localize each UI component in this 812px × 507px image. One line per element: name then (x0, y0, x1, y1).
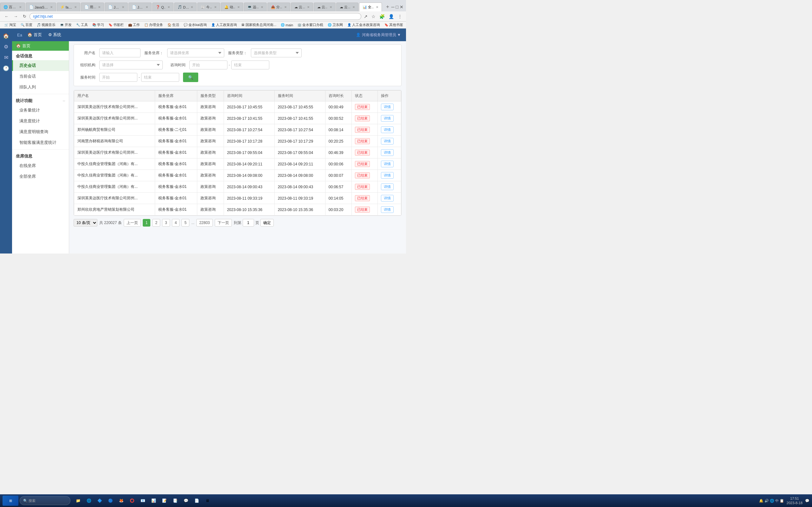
browser-tab-10[interactable]: 💻远程...✕ (244, 3, 267, 11)
sidebar-send-icon[interactable]: ✉ (1, 53, 11, 62)
extensions-icon[interactable]: 🧩 (378, 13, 386, 20)
minimize-button[interactable]: ─ (392, 4, 395, 9)
page-1-button[interactable]: 1 (143, 219, 151, 227)
sidebar-settings-icon[interactable]: ⚙ (1, 42, 11, 51)
refresh-button[interactable]: ↻ (21, 13, 28, 19)
profile-icon[interactable]: 👤 (387, 13, 395, 20)
browser-tab-3[interactable]: 📄用Fa...✕ (81, 3, 104, 11)
service-end-input[interactable] (141, 73, 179, 82)
detail-button-r6[interactable]: 详情 (381, 172, 394, 179)
back-button[interactable]: ← (3, 13, 10, 19)
nav-online-seat[interactable]: 在线坐席 (12, 160, 69, 171)
page-4-button[interactable]: 4 (172, 219, 180, 227)
browser-tab-15[interactable]: 📊全量...✕ (359, 3, 382, 11)
bookmark-0[interactable]: 🛒淘宝 (3, 22, 18, 27)
detail-button-r0[interactable]: 详情 (381, 104, 394, 110)
app-user-info[interactable]: 👤 河南省税务局管理员 ▼ (356, 32, 401, 38)
cell-r1-c5: 00:00:52 (325, 113, 351, 124)
nav-history-session[interactable]: 历史会话 (12, 60, 69, 71)
maximize-button[interactable]: □ (396, 4, 398, 9)
detail-button-r4[interactable]: 详情 (381, 149, 394, 156)
org-select[interactable]: 请选择 (99, 60, 163, 69)
detail-button-r1[interactable]: 详情 (381, 115, 394, 122)
bookmark-17[interactable]: 🔖其他书签 (383, 22, 405, 27)
address-input[interactable] (30, 13, 361, 20)
nav-satisfaction-detail[interactable]: 满意度明细查询 (12, 126, 69, 137)
browser-tab-2[interactable]: ⚡fastw...✕ (57, 3, 80, 11)
action-cell-r0: 详情 (378, 101, 401, 113)
nav-home[interactable]: 🏠 首页 (27, 32, 42, 38)
new-tab-button[interactable]: ＋ (385, 3, 390, 10)
nav-queue[interactable]: 排队人列 (12, 82, 69, 93)
bookmark-5[interactable]: 📚学习 (90, 22, 106, 27)
next-page-button[interactable]: 下一页 (215, 219, 232, 227)
bookmark-14[interactable]: 🏢金水窗口办税 (296, 22, 325, 27)
browser-tab-5[interactable]: 📄Java...✕ (129, 3, 152, 11)
service-start-input[interactable] (99, 73, 137, 82)
close-button[interactable]: ✕ (400, 4, 403, 9)
bookmark-16[interactable]: 👤人工金水政策咨询 (345, 22, 382, 27)
bookmark-2[interactable]: 🎵视频音乐 (35, 22, 57, 27)
page-5-button[interactable]: 5 (182, 219, 189, 227)
forward-button[interactable]: → (12, 13, 20, 19)
browser-tab-8[interactable]: 📰今天...✕ (197, 3, 220, 11)
sidebar-history-icon[interactable]: 🕐 (1, 63, 11, 73)
page-2-button[interactable]: 2 (152, 219, 160, 227)
bookmark-11[interactable]: 👤人工政策咨询 (209, 22, 239, 27)
bookmark-13[interactable]: 🌐main (279, 23, 295, 27)
page-3-button[interactable]: 3 (162, 219, 170, 227)
bookmark-10[interactable]: 💬金水kai咨询 (182, 22, 209, 27)
detail-button-r5[interactable]: 详情 (381, 161, 394, 167)
bookmark-15[interactable]: 🌐卫东网 (326, 22, 345, 27)
consult-start-input[interactable] (189, 60, 227, 69)
detail-button-r3[interactable]: 详情 (381, 138, 394, 145)
nav-volume-stats[interactable]: 业务量统计 (12, 105, 69, 116)
detail-button-r7[interactable]: 详情 (381, 183, 394, 190)
page-confirm-button[interactable]: 确定 (260, 219, 274, 227)
detail-button-r8[interactable]: 详情 (381, 195, 394, 202)
browser-tab-6[interactable]: ❓Q&...✕ (152, 3, 173, 11)
consult-end-input[interactable] (231, 60, 269, 69)
nav-all-seat[interactable]: 全部坐席 (12, 171, 69, 182)
browser-tab-11[interactable]: 📤分享...✕ (267, 3, 290, 11)
bookmark-8[interactable]: 📋办理业务 (142, 22, 165, 27)
browser-tab-13[interactable]: ☁云磁...✕ (314, 3, 336, 11)
service-type-select[interactable]: 选择服务类型 (251, 49, 302, 57)
page-last-button[interactable]: 22803 (196, 219, 212, 227)
cell-r7-c0: 中投久佳商业管理集团（河南）有... (74, 181, 155, 193)
menu-icon[interactable]: ⋮ (397, 13, 403, 20)
detail-button-r2[interactable]: 详情 (381, 126, 394, 133)
bookmark-9[interactable]: 🏠生活 (165, 22, 181, 27)
bookmark-7[interactable]: 💼工作 (126, 22, 142, 27)
nav-current-session[interactable]: 当前会话 (12, 71, 69, 82)
page-jump-input[interactable] (243, 219, 254, 227)
browser-tab-0[interactable]: 🌐百S头条✕ (0, 3, 25, 11)
bookmark-1[interactable]: 🔍百度 (19, 22, 34, 27)
stats-collapse-icon[interactable]: ─ (63, 99, 65, 103)
nav-ai-satisfaction[interactable]: 智能客服满意度统计 (12, 137, 69, 148)
cell-r8-c1: 税务客服-金水01 (155, 193, 197, 204)
browser-tab-7[interactable]: 🎵Dub...✕ (174, 3, 196, 11)
share-icon[interactable]: ↗ (362, 13, 369, 20)
page-size-select[interactable]: 10 条/页 20 条/页 50 条/页 (73, 219, 97, 227)
service-seat-select[interactable]: 请选择坐席 (167, 49, 224, 57)
detail-button-r9[interactable]: 详情 (381, 206, 394, 213)
status-badge: 已结束 (355, 115, 370, 121)
star-icon[interactable]: ☆ (370, 13, 377, 20)
bookmark-3[interactable]: 💻开发 (58, 22, 73, 27)
browser-tab-14[interactable]: ☁云磁...✕ (336, 3, 358, 11)
breadcrumb[interactable]: 🏠 首页 (12, 41, 69, 51)
prev-page-button[interactable]: 上一页 (124, 219, 141, 227)
browser-tab-12[interactable]: ☁云磁...✕ (291, 3, 313, 11)
browser-tab-1[interactable]: 📄JavaScript...✕ (26, 3, 56, 11)
bookmark-12[interactable]: 🏛国家税务总局河南... (240, 22, 278, 27)
nav-system[interactable]: ⚙ 系统 (48, 32, 61, 38)
bookmark-4[interactable]: 🔧工具 (74, 22, 90, 27)
username-input[interactable] (99, 49, 141, 57)
nav-satisfaction-stats[interactable]: 满意度统计 (12, 116, 69, 126)
bookmark-6[interactable]: 🔖书签栏 (107, 22, 125, 27)
sidebar-home-icon[interactable]: 🏠 (1, 31, 11, 41)
search-button[interactable]: 🔍 (183, 72, 198, 82)
browser-tab-9[interactable]: 🔔动态...✕ (221, 3, 244, 11)
browser-tab-4[interactable]: 📄Java...✕ (105, 3, 128, 11)
